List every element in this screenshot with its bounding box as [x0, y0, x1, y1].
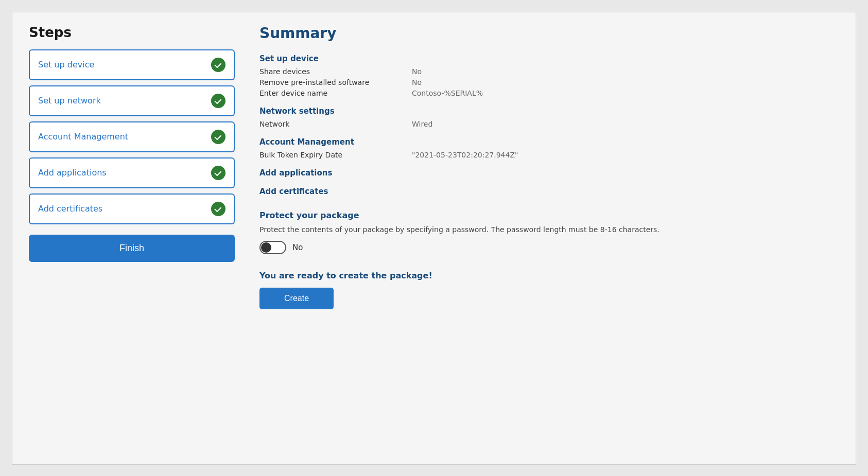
- finish-button[interactable]: Finish: [29, 235, 235, 262]
- summary-row-device-name: Enter device name Contoso-%SERIAL%: [259, 89, 835, 97]
- step-add-applications[interactable]: Add applications: [29, 157, 235, 188]
- section-heading-add-certificates: Add certificates: [259, 187, 835, 196]
- summary-section-setup-device: Set up device Share devices No Remove pr…: [259, 54, 835, 97]
- step-add-certificates[interactable]: Add certificates: [29, 193, 235, 224]
- step-set-up-device[interactable]: Set up device: [29, 49, 235, 80]
- summary-title: Summary: [259, 25, 835, 42]
- step-account-management-label: Account Management: [38, 132, 128, 142]
- step-add-applications-check-icon: [211, 166, 225, 180]
- summary-row-bulk-token: Bulk Token Expiry Date "2021-05-23T02:20…: [259, 151, 835, 159]
- step-account-management-check-icon: [211, 130, 225, 144]
- summary-key-share-devices: Share devices: [259, 67, 404, 76]
- summary-key-device-name: Enter device name: [259, 89, 404, 97]
- section-heading-setup-device: Set up device: [259, 54, 835, 63]
- summary-panel: Summary Set up device Share devices No R…: [255, 25, 839, 452]
- protect-toggle[interactable]: [259, 241, 286, 254]
- summary-key-remove-software: Remove pre-installed software: [259, 78, 404, 86]
- summary-value-network: Wired: [412, 120, 432, 128]
- summary-value-bulk-token: "2021-05-23T02:20:27.944Z": [412, 151, 518, 159]
- step-set-up-network[interactable]: Set up network: [29, 85, 235, 116]
- main-container: Steps Set up device Set up network Accou…: [12, 12, 856, 465]
- step-add-certificates-label: Add certificates: [38, 204, 102, 214]
- steps-panel: Steps Set up device Set up network Accou…: [29, 25, 235, 452]
- step-account-management[interactable]: Account Management: [29, 121, 235, 152]
- protect-description: Protect the contents of your package by …: [259, 225, 835, 234]
- summary-row-network: Network Wired: [259, 120, 835, 128]
- protect-title: Protect your package: [259, 210, 835, 220]
- steps-title: Steps: [29, 25, 235, 40]
- ready-section: You are ready to create the package! Cre…: [259, 271, 835, 309]
- summary-section-account-management: Account Management Bulk Token Expiry Dat…: [259, 137, 835, 159]
- summary-value-device-name: Contoso-%SERIAL%: [412, 89, 483, 97]
- step-add-certificates-check-icon: [211, 202, 225, 216]
- step-set-up-device-check-icon: [211, 58, 225, 72]
- summary-row-share-devices: Share devices No: [259, 67, 835, 76]
- section-heading-network: Network settings: [259, 107, 835, 116]
- toggle-label: No: [292, 243, 303, 252]
- section-heading-add-applications: Add applications: [259, 168, 835, 178]
- summary-section-network: Network settings Network Wired: [259, 107, 835, 128]
- step-add-applications-label: Add applications: [38, 168, 107, 178]
- summary-section-add-certificates: Add certificates: [259, 187, 835, 196]
- section-heading-account-management: Account Management: [259, 137, 835, 147]
- summary-key-network: Network: [259, 120, 404, 128]
- summary-section-add-applications: Add applications: [259, 168, 835, 178]
- toggle-row: No: [259, 241, 835, 254]
- summary-value-remove-software: No: [412, 78, 422, 86]
- protect-section: Protect your package Protect the content…: [259, 210, 835, 254]
- toggle-knob: [261, 242, 271, 253]
- create-button[interactable]: Create: [259, 288, 334, 309]
- step-set-up-device-label: Set up device: [38, 60, 94, 69]
- summary-key-bulk-token: Bulk Token Expiry Date: [259, 151, 404, 159]
- summary-value-share-devices: No: [412, 67, 422, 76]
- ready-text: You are ready to create the package!: [259, 271, 835, 280]
- step-set-up-network-check-icon: [211, 94, 225, 108]
- step-set-up-network-label: Set up network: [38, 96, 101, 105]
- summary-row-remove-software: Remove pre-installed software No: [259, 78, 835, 86]
